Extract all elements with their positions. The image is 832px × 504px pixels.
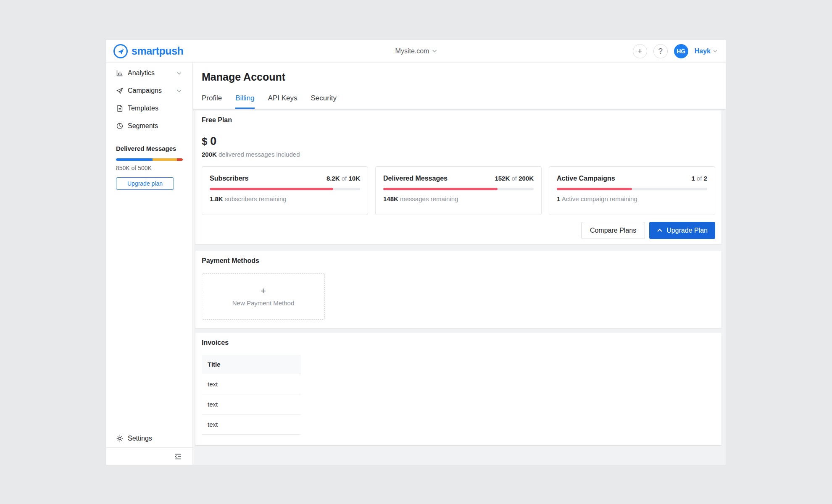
new-payment-method-button[interactable]: + New Payment Method <box>202 273 325 320</box>
stat-remaining: 1 Active compaign remaining <box>557 195 707 202</box>
user-menu[interactable]: Hayk <box>695 47 717 55</box>
stat-label: Subscribers <box>210 175 248 182</box>
sidebar-item-settings[interactable]: Settings <box>106 430 192 447</box>
chevron-down-icon <box>177 72 182 75</box>
plan-actions: Compare Plans Upgrade Plan <box>202 222 715 239</box>
stat-card-active-campaigns: Active Campaigns 1 of 2 1 Active compaig… <box>549 166 715 215</box>
sidebar-item-campaigns[interactable]: Campaigns <box>106 82 192 100</box>
sidebar-item-label: Templates <box>128 105 158 112</box>
plan-included: 200K delivered messages included <box>202 151 715 158</box>
stat-total: 2 <box>704 175 707 182</box>
tab-profile[interactable]: Profile <box>202 94 222 109</box>
remaining-text: messages remaining <box>398 195 458 202</box>
stat-total: 10K <box>348 175 360 182</box>
remaining-text: Active compaign remaining <box>560 195 637 202</box>
usage-title: Delivered Messages <box>116 145 183 152</box>
progress-fill <box>557 188 632 190</box>
main-content: Manage Account Profile Billing API Keys … <box>193 63 726 465</box>
table-column-header: Title <box>202 355 301 374</box>
stat-card-subscribers: Subscribers 8.2K of 10K 1.8K subscribers <box>202 166 368 215</box>
usage-segment-critical <box>177 158 183 161</box>
add-button[interactable]: + <box>633 44 647 58</box>
progress-track <box>557 188 707 190</box>
gear-icon <box>116 435 124 442</box>
payment-methods-card: Payment Methods + New Payment Method <box>195 251 721 328</box>
send-icon <box>116 87 124 94</box>
stat-values: 8.2K of 10K <box>326 175 360 182</box>
bar-chart-icon <box>116 69 124 77</box>
chevron-down-icon <box>177 89 182 92</box>
logo-text: smartpush <box>132 45 183 57</box>
usage-segment-delivered <box>116 158 153 161</box>
stat-used: 1 <box>691 175 695 182</box>
stat-remaining: 148K messages remaining <box>383 195 534 202</box>
sidebar: Analytics Campaigns <box>106 63 193 465</box>
sidebar-item-templates[interactable]: Templates <box>106 100 192 117</box>
new-payment-method-label: New Payment Method <box>232 299 295 307</box>
stat-values: 152K of 200K <box>495 175 534 182</box>
upgrade-plan-label: Upgrade Plan <box>666 227 708 234</box>
plan-card: Free Plan $ 0 200K delivered messages in… <box>195 110 721 244</box>
sidebar-footer <box>106 448 192 465</box>
stat-used: 152K <box>495 175 510 182</box>
sidebar-item-analytics[interactable]: Analytics <box>106 64 192 82</box>
compare-plans-button[interactable]: Compare Plans <box>581 222 645 239</box>
collapse-sidebar-icon[interactable] <box>174 453 182 460</box>
stat-remaining: 1.8K subscribers remaining <box>210 195 360 202</box>
table-row[interactable]: text <box>202 374 301 394</box>
page-header: Manage Account Profile Billing API Keys … <box>193 63 726 109</box>
stat-values: 1 of 2 <box>691 175 707 182</box>
avatar[interactable]: HG <box>674 44 688 58</box>
tab-bar: Profile Billing API Keys Security <box>202 94 726 109</box>
logo-icon <box>113 44 128 58</box>
app-body: Analytics Campaigns <box>106 63 726 465</box>
app-header: smartpush Mysite.com + ? HG Hayk <box>106 40 726 63</box>
progress-track <box>210 188 360 190</box>
included-value: 200K <box>202 151 217 158</box>
table-row[interactable]: text <box>202 394 301 415</box>
chevron-up-icon <box>657 228 663 232</box>
table-row[interactable]: text <box>202 415 301 435</box>
invoices-title: Invoices <box>202 339 715 346</box>
sidebar-item-label: Settings <box>128 435 152 442</box>
progress-fill <box>210 188 333 190</box>
stat-label: Active Campaigns <box>557 175 615 182</box>
remaining-text: subscribers remaining <box>223 195 287 202</box>
sidebar-item-label: Segments <box>128 122 158 130</box>
app-window: smartpush Mysite.com + ? HG Hayk <box>106 40 726 465</box>
site-selector[interactable]: Mysite.com <box>395 47 437 55</box>
sidebar-item-label: Campaigns <box>128 87 162 94</box>
upgrade-plan-sidebar-button[interactable]: Upgrade plan <box>116 177 174 190</box>
logo[interactable]: smartpush <box>113 44 183 58</box>
sidebar-spacer <box>106 190 192 430</box>
help-icon: ? <box>658 47 663 55</box>
stat-of: of <box>511 175 517 182</box>
usage-bar <box>116 158 183 161</box>
pie-chart-icon <box>116 122 124 130</box>
stat-of: of <box>342 175 347 182</box>
tab-api-keys[interactable]: API Keys <box>268 94 298 109</box>
plan-stats: Subscribers 8.2K of 10K 1.8K subscribers <box>202 166 715 215</box>
stat-total: 200K <box>519 175 534 182</box>
stat-used: 8.2K <box>326 175 340 182</box>
tab-security[interactable]: Security <box>311 94 336 109</box>
usage-panel: Delivered Messages 850K of 500K Upgrade … <box>106 140 192 190</box>
site-selector-label: Mysite.com <box>395 47 429 55</box>
user-name: Hayk <box>695 47 711 55</box>
payment-methods-title: Payment Methods <box>202 257 715 265</box>
upgrade-plan-button[interactable]: Upgrade Plan <box>649 222 715 239</box>
stat-card-delivered-messages: Delivered Messages 152K of 200K 148K mes… <box>375 166 542 215</box>
tab-billing[interactable]: Billing <box>235 94 254 109</box>
invoices-table: Title text text text <box>202 355 301 435</box>
page-title: Manage Account <box>202 71 726 83</box>
sidebar-item-segments[interactable]: Segments <box>106 117 192 135</box>
invoices-card: Invoices Title text text text <box>195 333 721 445</box>
usage-segment-warning <box>153 158 176 161</box>
remaining-value: 1.8K <box>210 195 223 202</box>
help-button[interactable]: ? <box>653 44 668 58</box>
plus-icon: + <box>637 47 642 55</box>
chevron-down-icon <box>432 50 437 52</box>
document-icon <box>116 105 124 112</box>
included-text: delivered messages included <box>217 151 300 158</box>
plan-price: $ 0 <box>202 135 715 148</box>
